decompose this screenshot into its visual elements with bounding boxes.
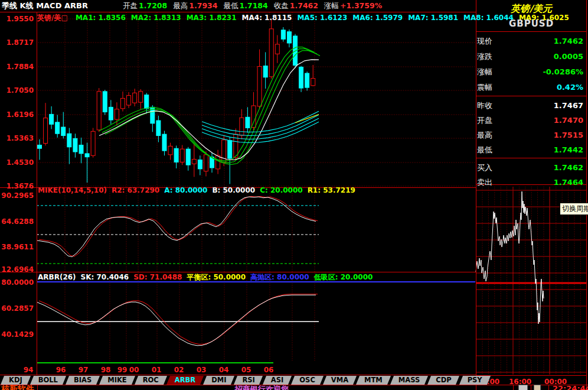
axis-tick-label: 64.6288 xyxy=(0,217,34,226)
ma-value: MA5: 1.6123 xyxy=(297,14,347,22)
quote-value: 1.7442 xyxy=(554,143,583,157)
tab-mike[interactable]: MIKE xyxy=(101,376,133,385)
user-icon[interactable] xyxy=(534,385,541,390)
tab-label: MTM xyxy=(364,376,383,385)
tab-arbr[interactable]: ARBR xyxy=(168,376,202,385)
axis-tick-label: 1.9550 xyxy=(0,15,34,23)
field-value: +1.3759% xyxy=(340,1,382,10)
quote-value: 1.7515 xyxy=(554,128,583,142)
tab-osc[interactable]: OSC xyxy=(293,376,322,385)
arbr-header-item: ARBR(26) xyxy=(38,273,76,281)
top-bar: 季线 K线 MACD ARBR 开盘1.7208最高1.7934最低1.7184… xyxy=(0,0,476,12)
quote-row: 涨跌0.0005 xyxy=(477,50,586,64)
quote-row: 卖出1.7464 xyxy=(477,176,586,190)
tab-label: CDP xyxy=(436,376,451,385)
trading-terminal-window: 季线 K线 MACD ARBR 开盘1.7208最高1.7934最低1.7184… xyxy=(0,0,588,390)
tab-vma[interactable]: VMA xyxy=(325,376,355,385)
ohlc-field: 最高1.7934 xyxy=(173,2,217,10)
tab-mtm[interactable]: MTM xyxy=(358,376,389,385)
axis-tick-label: 1.8717 xyxy=(0,38,34,47)
axis-tick-label: 01 xyxy=(152,366,162,374)
tab-label: RSI xyxy=(242,376,254,385)
field-label: 最高 xyxy=(173,1,188,10)
quote-row: 涨幅-0.0286% xyxy=(477,65,586,79)
quote-panel-code: GBPUSD xyxy=(476,18,587,29)
axis-tick-label: 1.7050 xyxy=(0,86,34,95)
quote-value: 1.7462 xyxy=(554,34,583,48)
arbr-header-item: 平衡区: 50.0000 xyxy=(187,273,246,281)
switch-period-tooltip: 切换周期 xyxy=(560,203,588,215)
quote-label: 开盘 xyxy=(477,116,492,125)
arbr-header-item: 高抛区: 80.0000 xyxy=(250,273,309,281)
quote-row: 最高1.7515 xyxy=(477,128,586,142)
quote-label: 涨跌 xyxy=(477,52,492,61)
statusbar-message: 招商银行欢迎您 xyxy=(235,384,289,390)
candlesticks xyxy=(38,20,315,184)
field-value: 1.7184 xyxy=(240,1,268,10)
quote-label: 最高 xyxy=(477,131,492,139)
quote-panel-title: 英镑/美元 xyxy=(476,3,587,15)
tab-roc[interactable]: ROC xyxy=(136,376,165,385)
field-value: 1.7934 xyxy=(189,1,217,10)
mike-header-item: R2: 63.7290 xyxy=(112,186,159,194)
mike-header-item: C: 20.0000 xyxy=(260,186,302,194)
ma-value: MA4: 1.8115 xyxy=(242,14,292,22)
quote-value: 0.0005 xyxy=(554,50,583,64)
axis-tick-label: 80.0000 xyxy=(0,278,34,287)
tab-label: ARBR xyxy=(175,376,195,385)
quote-value: 1.7462 xyxy=(554,161,583,175)
field-label: 涨幅 xyxy=(324,1,339,10)
tab-bias[interactable]: BIAS xyxy=(67,376,98,385)
field-value: 1.7462 xyxy=(290,1,318,10)
mike-indicator-header: MIKE(10,14,5,10)R2: 63.7290A: 80.0000B: … xyxy=(38,186,360,194)
tab-dmi[interactable]: DMI xyxy=(205,376,233,385)
ma-lines xyxy=(99,47,320,165)
tab-cdp[interactable]: CDP xyxy=(429,376,458,385)
mike-panel xyxy=(37,196,319,264)
tab-asi[interactable]: ASI xyxy=(264,376,290,385)
ohlc-summary: 开盘1.7208最高1.7934最低1.7184收盘1.7462涨幅+1.375… xyxy=(123,1,388,11)
axis-tick-label: 38.9611 xyxy=(0,243,34,251)
tab-label: BIAS xyxy=(74,376,92,385)
mike-header-item: A: 80.0000 xyxy=(164,186,207,194)
axis-tick-label: 40.1429 xyxy=(0,330,34,339)
tab-kdj[interactable]: KDJ xyxy=(2,376,29,385)
quote-row: 最低1.7442 xyxy=(477,143,586,157)
tab-label: ASI xyxy=(271,376,283,385)
ma-value: MA1: 1.8356 xyxy=(76,14,126,22)
tab-mass[interactable]: MASS xyxy=(392,376,426,385)
ma-value: MA2: 1.8313 xyxy=(131,14,181,22)
arbr-indicator-header: ARBR(26)SK: 70.4046SD: 71.0488平衡区: 50.00… xyxy=(38,272,377,282)
axis-tick-label: 99 xyxy=(117,366,128,374)
axis-tick-label: 03 xyxy=(197,366,207,374)
quote-row: 震幅0.42% xyxy=(477,80,586,95)
ma-value: MA6: 1.5979 xyxy=(352,14,403,22)
window-icon[interactable] xyxy=(518,385,528,390)
tab-label: ROC xyxy=(143,376,159,385)
tab-label: MIKE xyxy=(107,376,127,385)
symbol-label: 英镑/美□ xyxy=(37,14,68,22)
arbr-panel xyxy=(37,282,475,363)
ohlc-field: 收盘1.7462 xyxy=(274,2,318,10)
tab-boll[interactable]: BOLL xyxy=(32,376,64,385)
statusbar-brand: 核新软件 xyxy=(1,384,34,390)
axis-tick-label: 1.5363 xyxy=(0,134,34,142)
mike-header-item: B: 50.0000 xyxy=(212,186,255,194)
statusbar-clock: 22:24:44 xyxy=(553,384,588,390)
period-indicator-title: 季线 K线 MACD ARBR xyxy=(2,1,123,11)
field-label: 最低 xyxy=(224,1,239,10)
mike-header-item: R1: 53.7219 xyxy=(308,186,355,194)
quote-value: 1.7467 xyxy=(554,99,583,113)
tab-psy[interactable]: PSY xyxy=(461,376,489,385)
axis-tick-label: 97 xyxy=(79,366,89,374)
ma-value: MA7: 1.5981 xyxy=(408,14,458,22)
tab-rsi[interactable]: RSI xyxy=(236,376,261,385)
ohlc-field: 最低1.7184 xyxy=(224,2,268,10)
axis-tick-label: 06 xyxy=(264,366,274,374)
arbr-header-item: SK: 70.4046 xyxy=(81,273,129,281)
tab-label: OSC xyxy=(299,376,315,385)
quote-label: 涨幅 xyxy=(477,67,492,76)
quote-value: 1.7464 xyxy=(554,176,583,190)
quote-label: 买入 xyxy=(477,163,492,172)
field-label: 开盘 xyxy=(123,1,138,10)
